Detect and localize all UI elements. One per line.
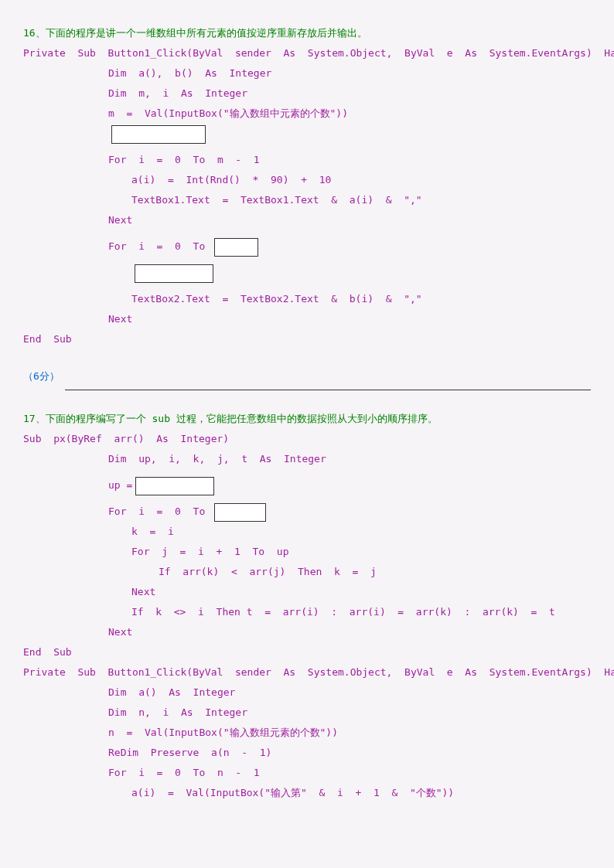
code-text: For i = 0 To: [108, 240, 211, 252]
blank-input[interactable]: [214, 238, 258, 257]
code-text: up =: [108, 479, 132, 491]
blank-input[interactable]: [135, 264, 213, 283]
q17-code-line: End Sub: [23, 642, 591, 662]
q17-code-line: Next: [23, 582, 591, 602]
q17-code-line: Dim up, i, k, j, t As Integer: [23, 449, 591, 469]
q16-code-line: Dim a(), b() As Integer: [23, 63, 591, 83]
q16-code-line: TextBox1.Text = TextBox1.Text & a(i) & "…: [23, 190, 591, 210]
q16-code-line: End Sub: [23, 329, 591, 349]
q16-code-line: Private Sub Button1_Click(ByVal sender A…: [23, 43, 591, 63]
q16-points: （6分）: [23, 369, 591, 383]
q16-code-line: TextBox2.Text = TextBox2.Text & b(i) & "…: [23, 289, 591, 309]
blank-input[interactable]: [214, 503, 266, 522]
q17-code-line: For i = 0 To n - 1: [23, 763, 591, 783]
q17-code-line: a(i) = Val(InputBox("输入第" & i + 1 & "个数"…: [23, 783, 591, 803]
q16-blank-line: [23, 263, 591, 283]
q16-code-line: Dim m, i As Integer: [23, 83, 591, 104]
q17-code-line: ReDim Preserve a(n - 1): [23, 743, 591, 763]
blank-input[interactable]: [135, 477, 214, 495]
blank-input[interactable]: [111, 125, 206, 144]
q16-code-line: For i = 0 To m - 1: [23, 150, 591, 170]
q17-code-line: k = i: [23, 522, 591, 542]
q17-code-line: For i = 0 To: [23, 502, 591, 522]
q17-code-line: For j = i + 1 To up: [23, 542, 591, 562]
q16-code-line: Next: [23, 309, 591, 329]
q16-code-line: a(i) = Int(Rnd() * 90) + 10: [23, 170, 591, 190]
q17-title: 17、下面的程序编写了一个 sub 过程，它能把任意数组中的数据按照从大到小的顺…: [23, 409, 591, 429]
q17-code-line: Dim a() As Integer: [23, 682, 591, 703]
divider: [65, 390, 591, 390]
q17-code-line: up =: [23, 475, 591, 495]
q17-code-line: n = Val(InputBox("输入数组元素的个数")): [23, 723, 591, 743]
code-text: For i = 0 To: [108, 505, 211, 517]
q16-blank-line: [23, 124, 591, 144]
q17-code-line: If k <> i Then t = arr(i) : arr(i) = arr…: [23, 602, 591, 622]
q16-code-line: For i = 0 To: [23, 237, 591, 257]
q16-code-line: Next: [23, 210, 591, 230]
q17-code-line: Next: [23, 622, 591, 642]
q16-title: 16、下面的程序是讲一个一维数组中所有元素的值按逆序重新存放后并输出。: [23, 23, 591, 43]
q17-code-line: Dim n, i As Integer: [23, 703, 591, 723]
q17-code-line: Sub px(ByRef arr() As Integer): [23, 429, 591, 449]
q17-code-line: Private Sub Button1_Click(ByVal sender A…: [23, 662, 591, 682]
q17-code-line: If arr(k) < arr(j) Then k = j: [23, 562, 591, 582]
q16-code-line: m = Val(InputBox("输入数组中元素的个数")): [23, 104, 591, 124]
